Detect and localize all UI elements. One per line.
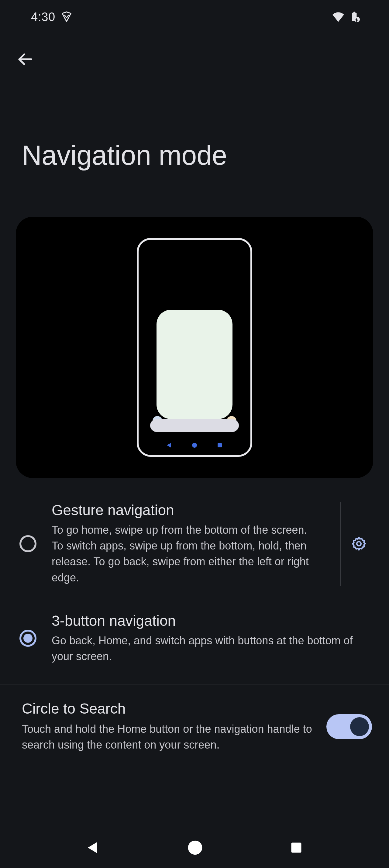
phone-illustration: [137, 238, 252, 457]
switch-thumb-icon: [350, 717, 369, 736]
system-home-button[interactable]: [187, 839, 204, 857]
phone-power-button-icon: [251, 291, 252, 307]
phone-nav-illustration: [138, 442, 251, 449]
system-overview-button[interactable]: [290, 841, 303, 856]
svg-point-5: [192, 443, 197, 448]
navigation-options-list: Gesture navigation To go home, swipe up …: [0, 478, 389, 678]
circle-to-search-row[interactable]: Circle to Search Touch and hold the Home…: [0, 684, 389, 765]
dock-search-bar-icon: [150, 419, 239, 432]
status-bar: 4:30: [0, 0, 389, 33]
battery-charging-icon: [349, 11, 360, 22]
wifi-icon: [332, 11, 345, 22]
gear-icon: [351, 536, 367, 552]
shield-down-icon: [61, 11, 72, 23]
arrow-back-icon: [17, 51, 33, 68]
status-bar-right: [332, 11, 360, 22]
option-three-button-navigation[interactable]: 3-button navigation Go back, Home, and s…: [0, 599, 389, 678]
option-text: 3-button navigation Go back, Home, and s…: [52, 612, 377, 664]
nav-home-icon: [191, 442, 198, 449]
gesture-settings-button[interactable]: [341, 502, 377, 586]
svg-rect-1: [353, 12, 355, 13]
system-back-button[interactable]: [86, 840, 101, 856]
back-button[interactable]: [10, 45, 39, 74]
svg-rect-10: [291, 843, 301, 853]
circle-to-search-title: Circle to Search: [22, 700, 314, 717]
nav-home-icon: [187, 839, 204, 856]
nav-back-icon: [86, 840, 101, 855]
svg-point-7: [357, 541, 361, 546]
nav-overview-icon: [290, 841, 303, 854]
radio-unchecked-icon: [20, 535, 36, 552]
option-title: Gesture navigation: [52, 502, 319, 519]
option-text: Gesture navigation To go home, swipe up …: [52, 502, 319, 586]
svg-point-9: [188, 841, 202, 855]
svg-marker-4: [167, 443, 171, 448]
navigation-preview: [16, 217, 373, 478]
system-navigation-bar: [0, 829, 389, 868]
option-gesture-navigation[interactable]: Gesture navigation To go home, swipe up …: [0, 488, 389, 599]
nav-overview-icon: [216, 442, 223, 449]
svg-rect-6: [218, 443, 222, 447]
phone-volume-button-icon: [251, 316, 252, 352]
option-description: Go back, Home, and switch apps with butt…: [52, 633, 377, 664]
status-bar-left: 4:30: [31, 10, 72, 24]
nav-back-icon: [166, 442, 173, 449]
radio-checked-icon: [20, 630, 36, 647]
option-title: 3-button navigation: [52, 612, 377, 629]
circle-to-search-text: Circle to Search Touch and hold the Home…: [22, 700, 314, 753]
option-description: To go home, swipe up from the bottom of …: [52, 522, 319, 586]
circle-to-search-toggle[interactable]: [326, 714, 372, 739]
app-card-icon: [157, 310, 232, 419]
app-bar: [0, 33, 389, 85]
circle-to-search-description: Touch and hold the Home button or the na…: [22, 721, 314, 753]
page-title: Navigation mode: [0, 85, 389, 189]
svg-marker-8: [88, 842, 97, 853]
status-clock: 4:30: [31, 10, 55, 24]
